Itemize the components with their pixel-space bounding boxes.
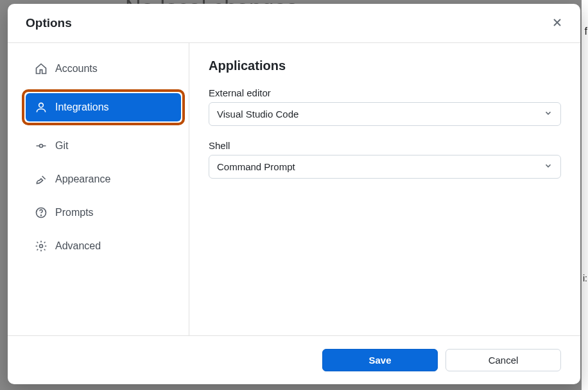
git-commit-icon	[35, 139, 48, 152]
sidebar-item-label: Accounts	[55, 63, 98, 75]
sidebar: Accounts Integrations Git	[8, 43, 189, 335]
sidebar-item-git[interactable]: Git	[26, 132, 181, 160]
sidebar-item-label: Prompts	[55, 207, 94, 218]
sidebar-item-advanced[interactable]: Advanced	[26, 232, 181, 260]
paintbrush-icon	[35, 173, 48, 186]
external-editor-value: Visual Studio Code	[217, 109, 298, 120]
close-button[interactable]	[549, 15, 565, 31]
svg-point-6	[40, 245, 43, 248]
save-button[interactable]: Save	[322, 349, 438, 371]
external-editor-select[interactable]: Visual Studio Code	[209, 102, 561, 126]
person-icon	[35, 101, 48, 114]
sidebar-item-accounts[interactable]: Accounts	[26, 55, 181, 83]
dialog-footer: Save Cancel	[8, 335, 580, 384]
svg-point-5	[41, 215, 42, 216]
tutorial-highlight: Integrations	[22, 89, 185, 125]
background-window-sliver: f i:	[582, 0, 588, 390]
sidebar-item-appearance[interactable]: Appearance	[26, 165, 181, 193]
sidebar-item-prompts[interactable]: Prompts	[26, 199, 181, 227]
sidebar-item-label: Integrations	[55, 102, 109, 113]
sidebar-item-label: Git	[55, 140, 68, 152]
dialog-title: Options	[26, 16, 72, 30]
svg-point-1	[40, 145, 43, 148]
chevron-down-icon	[544, 161, 553, 172]
home-icon	[35, 62, 48, 75]
external-editor-label: External editor	[209, 87, 561, 98]
gear-icon	[35, 240, 48, 253]
sidebar-item-label: Appearance	[55, 173, 110, 185]
sidebar-item-label: Advanced	[55, 240, 101, 252]
shell-value: Command Prompt	[217, 161, 295, 172]
dialog-header: Options	[8, 4, 580, 43]
close-icon	[552, 17, 562, 30]
shell-select[interactable]: Command Prompt	[209, 155, 561, 179]
sidebar-item-integrations[interactable]: Integrations	[26, 93, 181, 121]
content-pane: Applications External editor Visual Stud…	[189, 43, 580, 335]
chevron-down-icon	[544, 109, 553, 120]
svg-point-0	[39, 103, 44, 107]
options-dialog: Options Accounts Integrations	[8, 4, 580, 384]
section-title: Applications	[209, 58, 561, 73]
question-circle-icon	[35, 206, 48, 219]
cancel-button[interactable]: Cancel	[445, 349, 561, 371]
shell-label: Shell	[209, 140, 561, 151]
